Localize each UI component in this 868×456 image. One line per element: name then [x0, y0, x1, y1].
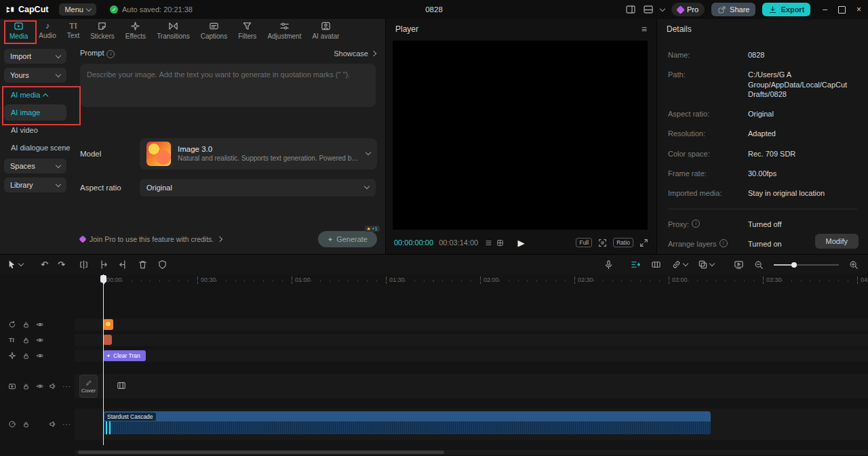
share-button[interactable]: Share: [711, 3, 755, 16]
sticker-clip[interactable]: [103, 319, 113, 330]
info-icon[interactable]: [692, 220, 700, 228]
model-select[interactable]: Image 3.0 Natural and realistic. Support…: [140, 138, 377, 169]
generate-button[interactable]: ✦ Generate ★ +1: [318, 231, 377, 247]
tab-transitions[interactable]: Transitions: [151, 19, 195, 42]
overlap-tool[interactable]: [698, 260, 714, 270]
text-track-icon[interactable]: TI: [9, 337, 14, 344]
tab-audio[interactable]: ♪ Audio: [33, 19, 62, 42]
sidebar-item-yours[interactable]: Yours: [4, 68, 66, 83]
tab-captions[interactable]: Captions: [195, 19, 233, 42]
link-tool[interactable]: [671, 260, 688, 270]
effect-track-icon[interactable]: [8, 352, 16, 360]
video-track-lane[interactable]: [75, 374, 868, 398]
layout-panels-icon[interactable]: [625, 4, 636, 15]
video-track-icon[interactable]: [8, 382, 16, 390]
scrollbar-thumb[interactable]: [78, 451, 444, 454]
zoom-out-icon[interactable]: [754, 260, 764, 270]
player-title: Player: [395, 24, 418, 34]
play-button[interactable]: ▶: [518, 238, 525, 248]
tab-text[interactable]: TI Text: [62, 19, 85, 42]
sidebar-item-ai-dialogue-scene[interactable]: AI dialogue scene: [4, 140, 66, 156]
effect-clip[interactable]: Clear Tran: [103, 350, 146, 361]
eye-icon[interactable]: [36, 382, 44, 390]
tab-label: Audio: [39, 32, 56, 39]
time-ruler[interactable]: 00:00 00:30 01:00 01:30 02:00 02:30 03:0…: [75, 274, 868, 287]
eye-icon[interactable]: [36, 336, 44, 344]
pro-badge[interactable]: Pro: [671, 3, 705, 16]
mic-icon[interactable]: [604, 260, 614, 270]
speaker-icon[interactable]: [49, 382, 57, 390]
text-clip[interactable]: [103, 335, 112, 345]
menu-button[interactable]: Menu: [59, 3, 96, 16]
eye-icon[interactable]: [36, 352, 44, 360]
export-button[interactable]: Export: [762, 3, 810, 16]
minimize-button[interactable]: –: [823, 5, 827, 14]
sticker-track-lane[interactable]: [75, 318, 868, 331]
more-options-icon[interactable]: ···: [62, 421, 71, 428]
lock-icon[interactable]: [22, 321, 30, 329]
tab-ai-avatar[interactable]: AI avatar: [307, 19, 344, 42]
focus-icon[interactable]: [598, 239, 607, 247]
tab-media[interactable]: Media: [4, 19, 33, 42]
cover-button[interactable]: Cover: [79, 375, 98, 398]
speaker-icon[interactable]: [49, 420, 57, 428]
lock-icon[interactable]: [22, 421, 30, 428]
sidebar-item-ai-media[interactable]: AI media: [4, 87, 66, 103]
snapping-toggle[interactable]: [631, 260, 641, 270]
slider-handle[interactable]: [791, 262, 797, 268]
sidebar-item-library[interactable]: Library: [4, 178, 66, 192]
sidebar-item-ai-image[interactable]: AI image: [4, 104, 66, 121]
tab-filters[interactable]: Filters: [233, 19, 262, 42]
eye-icon[interactable]: [36, 320, 44, 329]
prompt-input[interactable]: [80, 64, 376, 107]
modify-button[interactable]: Modify: [815, 234, 859, 249]
zoom-in-icon[interactable]: [849, 260, 859, 270]
tab-stickers[interactable]: Stickers: [85, 19, 120, 42]
info-icon[interactable]: [719, 239, 728, 247]
tab-adjustment[interactable]: Adjustment: [262, 19, 307, 42]
frame-grid-icon[interactable]: [496, 239, 504, 247]
playhead-handle[interactable]: [100, 275, 106, 283]
undo-button[interactable]: ↶: [41, 260, 48, 269]
loop-icon[interactable]: [8, 320, 16, 329]
player-menu-icon[interactable]: ≡: [642, 24, 647, 35]
lock-icon[interactable]: [22, 383, 30, 390]
audio-track-icon[interactable]: [8, 420, 16, 428]
effect-track-lane[interactable]: [75, 350, 868, 362]
lock-icon[interactable]: [22, 352, 30, 360]
fullscreen-icon[interactable]: [639, 239, 648, 247]
delete-button[interactable]: [138, 260, 148, 270]
timeline-zoom-slider[interactable]: [774, 261, 839, 269]
select-tool[interactable]: [7, 260, 23, 270]
trim-left-button[interactable]: [98, 260, 108, 270]
preview-frames-icon[interactable]: [651, 260, 661, 270]
close-button[interactable]: ×: [856, 5, 861, 14]
showcase-link[interactable]: Showcase: [334, 49, 376, 58]
more-options-icon[interactable]: ···: [62, 383, 71, 390]
aspect-ratio-select[interactable]: Original: [140, 179, 376, 196]
redo-button[interactable]: ↷: [58, 260, 65, 269]
tab-effects[interactable]: Effects: [120, 19, 151, 42]
text-track-lane[interactable]: [75, 334, 868, 346]
timeline[interactable]: 00:00 00:30 01:00 01:30 02:00 02:30 03:0…: [0, 274, 868, 456]
join-pro-link[interactable]: Join Pro to use this feature with credit…: [80, 235, 222, 243]
sidebar-item-spaces[interactable]: Spaces: [4, 159, 66, 173]
trim-right-button[interactable]: [118, 260, 128, 270]
ratio-button[interactable]: Ratio: [613, 238, 633, 247]
render-preview-icon[interactable]: [734, 260, 744, 270]
full-button[interactable]: Full: [576, 238, 592, 247]
frame-list-icon[interactable]: [485, 239, 492, 247]
lock-icon[interactable]: [22, 337, 30, 344]
split-button[interactable]: [79, 260, 89, 270]
showcase-label: Showcase: [334, 49, 368, 58]
video-preview[interactable]: [393, 41, 648, 230]
maximize-button[interactable]: [838, 6, 846, 14]
sidebar-item-import[interactable]: Import: [4, 49, 66, 64]
info-icon[interactable]: [106, 50, 115, 58]
horizontal-scrollbar[interactable]: [75, 450, 868, 455]
audio-clip[interactable]: Stardust Cascade: [103, 411, 711, 434]
layout-chevron-icon[interactable]: [660, 5, 665, 11]
mask-button[interactable]: [157, 260, 167, 270]
layout-rows-icon[interactable]: [643, 4, 654, 15]
sidebar-item-ai-video[interactable]: AI video: [4, 122, 66, 138]
